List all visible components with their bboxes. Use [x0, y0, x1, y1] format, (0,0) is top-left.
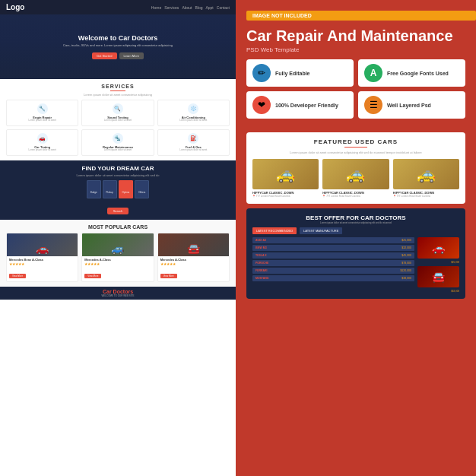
hero-section: Welcome to Car Doctors Cars, trucks, SUV… — [0, 14, 236, 79]
offer-price-4: $78,000 — [401, 262, 411, 265]
service-card-5: 🔩 Regular Maintenance Lorem ipsum dolor … — [81, 129, 154, 156]
featured-cars-title: FEATURED USED CARS — [252, 138, 459, 145]
offer-row-5: FERRARI $120,000 — [252, 268, 414, 274]
site-logo: Logo — [6, 3, 24, 11]
car-silhouette-2: 🚙 — [111, 243, 124, 255]
feature-card-1: ✏ Fully Editable — [246, 59, 354, 87]
service-text-5: Lorem ipsum dolor sit amet — [85, 149, 150, 152]
editable-icon: ✏ — [252, 64, 271, 82]
nav-about[interactable]: About — [182, 5, 192, 10]
hero-cta-button[interactable]: Get Started — [92, 52, 116, 59]
car-tinting-icon: 🚗 — [37, 133, 48, 144]
service-card-3: ❄️ Air Conditioning Lorem ipsum dolor si… — [157, 100, 230, 126]
service-card-6: ⛽ Fuel & Gas Lorem ipsum dolor sit amet — [157, 129, 230, 156]
filter-suv[interactable]: Pickup — [103, 180, 117, 198]
offer-label-6: MUSTANG — [255, 277, 398, 280]
offer-row-6: MUSTANG $38,000 — [252, 275, 414, 281]
offer-label-3: TESLA X — [255, 254, 398, 257]
car-silhouette-3: 🚘 — [187, 243, 200, 255]
nav-home[interactable]: Home — [151, 5, 161, 10]
offer-price-3: $45,000 — [401, 254, 411, 257]
nav-appointment[interactable]: Appt — [205, 5, 213, 10]
featured-cars-row: 🚕 HIPPYCAR CLASSIC -DOWN 📍 777 London Ro… — [252, 159, 459, 198]
service-text-4: Lorem ipsum dolor sit amet — [10, 149, 75, 152]
offer-table: AUDI A3 $25,000 BMW M3 $32,000 TESLA X $… — [252, 237, 414, 293]
features-grid: ✏ Fully Editable A Free Google Fonts Use… — [246, 59, 465, 119]
car-filter: Dodge Pickup Optima Others — [6, 180, 230, 198]
offer-content: AUDI A3 $25,000 BMW M3 $32,000 TESLA X $… — [252, 237, 459, 293]
offer-tab-recommended[interactable]: LATEST RECOMMENDED — [252, 227, 297, 234]
dream-search-button[interactable]: Search — [107, 208, 129, 214]
featured-cars-box: FEATURED USED CARS Lorem ipsum dolor sit… — [246, 132, 465, 204]
popular-car-1: 🚗 Mercedes Benz A-Class ★★★★★ View More — [6, 233, 78, 282]
popular-section: MOST POPULAR CARS 🚗 Mercedes Benz A-Clas… — [0, 220, 236, 287]
footer-logo: Car Doctors — [6, 289, 230, 294]
header-nav: Home Services About Blog Appt Contact — [151, 5, 230, 10]
popular-car-3: 🚘 Mercedes A-Class ★★★★★ View More — [157, 233, 230, 282]
ac-system-icon: ❄️ — [188, 103, 198, 114]
car-img-2: 🚙 — [82, 233, 153, 256]
offer-row-1: AUDI A3 $25,000 — [252, 237, 414, 243]
dream-subtitle: Lorem ipsum dolor sit amet consectetur a… — [6, 173, 230, 177]
nav-contact[interactable]: Contact — [217, 5, 230, 10]
service-card-4: 🚗 Car Tinting Lorem ipsum dolor sit amet — [6, 129, 78, 156]
right-content: Car Repair And Maintenance PSD Web Templ… — [236, 21, 476, 132]
site-header: Logo Home Services About Blog Appt Conta… — [0, 0, 236, 14]
service-card-1: 🔧 Engin Repair Lorem ipsum dolor sit ame… — [6, 100, 78, 126]
filter-label-optima: Optima — [122, 191, 130, 194]
service-card-2: 🔍 Sound Testing Lorem ipsum dolor sit am… — [81, 100, 154, 126]
featured-car-img-1: 🚕 — [252, 159, 319, 189]
service-text-2: Lorem ipsum dolor sit amet — [85, 119, 150, 122]
dream-section: FIND YOUR DREAM CAR Lorem ipsum dolor si… — [0, 160, 236, 220]
fuel-gas-icon: ⛽ — [188, 133, 198, 144]
car-img-1: 🚗 — [7, 233, 78, 256]
car-info-1: Mercedes Benz A-Class ★★★★★ View More — [7, 256, 78, 281]
offer-car-price-2: $32,000 — [417, 290, 459, 293]
maintenance-icon: 🔩 — [113, 133, 123, 144]
offer-car-thumb-1: 🚗 — [417, 237, 459, 259]
filter-others[interactable]: Others — [135, 180, 149, 198]
services-grid: 🔧 Engin Repair Lorem ipsum dolor sit ame… — [6, 100, 230, 156]
offer-tab-manufacture[interactable]: LATEST MANUFACTURE — [300, 227, 342, 234]
offer-car-price-1: $25,000 — [417, 261, 459, 264]
service-text-6: Lorem ipsum dolor sit amet — [161, 149, 226, 152]
car-btn-3[interactable]: View More — [160, 274, 177, 278]
feature-text-3: 100% Developer Friendly — [275, 103, 338, 108]
best-offer-box: BEST OFFER FOR CAR DOCTORS Lorem ipsum d… — [246, 208, 465, 299]
nav-services[interactable]: Services — [164, 5, 179, 10]
services-divider — [110, 90, 125, 91]
right-panel: IMAGE NOT INCLUDED Car Repair And Mainte… — [236, 0, 476, 476]
offer-price-6: $38,000 — [401, 277, 411, 280]
feature-card-3: ❤ 100% Developer Friendly — [246, 91, 354, 119]
filter-label-others: Others — [138, 191, 145, 194]
offer-label-4: PORSCHE — [255, 262, 398, 265]
dream-title: FIND YOUR DREAM CAR — [6, 165, 230, 172]
featured-car-img-2: 🚕 — [322, 159, 389, 189]
service-text-1: Lorem ipsum dolor sit amet — [10, 119, 75, 122]
car-img-3: 🚘 — [158, 233, 229, 256]
nav-blog[interactable]: Blog — [195, 5, 202, 10]
featured-car-img-3: 🚕 — [393, 159, 459, 189]
hero-learn-button[interactable]: Learn More — [119, 52, 144, 59]
offer-price-1: $25,000 — [401, 239, 411, 242]
site-footer: Car Doctors WELCOME TO OUR WEB SITE — [0, 287, 236, 300]
filter-dodge[interactable]: Dodge — [87, 180, 101, 198]
car-info-2: Mercedes A-Class ★★★★★ View More — [82, 256, 153, 281]
hero-subtitle: Cars, trucks, SUVs and more. Lorem ipsum… — [63, 43, 173, 47]
car-stars-2: ★★★★★ — [84, 262, 151, 266]
offer-car-thumb-2: 🚘 — [417, 266, 459, 287]
filter-optima[interactable]: Optima — [119, 180, 134, 198]
popular-car-2: 🚙 Mercedes A-Class ★★★★★ View More — [81, 233, 154, 282]
car-info-3: Mercedes A-Class ★★★★★ View More — [158, 256, 229, 281]
best-offer-title: BEST OFFER FOR CAR DOCTORS — [252, 214, 459, 221]
car-btn-1[interactable]: View More — [9, 274, 26, 278]
car-btn-2[interactable]: View More — [84, 274, 101, 278]
featured-car-detail-1: 📍 777 London Road South Carolina — [252, 195, 319, 198]
hero-title: Welcome to Car Doctors — [78, 34, 157, 42]
offer-tabs: LATEST RECOMMENDED LATEST MANUFACTURE — [252, 227, 459, 234]
feature-text-1: Fully Editable — [275, 71, 310, 76]
featured-divider — [344, 147, 367, 148]
sound-testing-icon: 🔍 — [113, 103, 123, 114]
offer-cars-col: 🚗 $25,000 🚘 $32,000 — [417, 237, 459, 293]
offer-label-2: BMW M3 — [255, 246, 398, 249]
